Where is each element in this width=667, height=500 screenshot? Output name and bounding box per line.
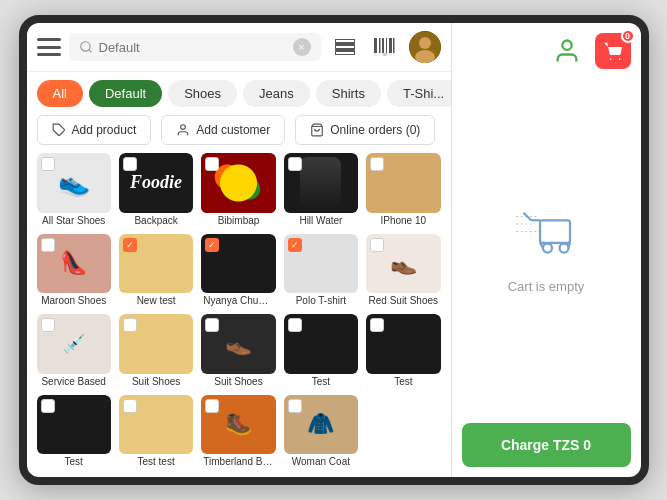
product-checkbox[interactable]: [370, 157, 384, 171]
tab-default[interactable]: Default: [89, 80, 162, 107]
barcode-button[interactable]: |||: [369, 31, 401, 63]
list-item[interactable]: 👠 Maroon Shoes: [37, 234, 111, 307]
user-avatar[interactable]: [409, 31, 441, 63]
svg-point-21: [618, 58, 620, 60]
product-checkbox[interactable]: [41, 157, 55, 171]
product-name: Test: [366, 374, 440, 387]
svg-point-0: [80, 42, 89, 51]
product-checkbox[interactable]: [288, 318, 302, 332]
product-checkbox[interactable]: [41, 318, 55, 332]
product-checkbox[interactable]: [370, 238, 384, 252]
list-item[interactable]: 🧥 Woman Coat: [284, 395, 358, 468]
product-checkbox[interactable]: [288, 157, 302, 171]
product-name: Backpack: [119, 213, 193, 226]
svg-line-29: [569, 242, 571, 247]
svg-rect-4: [335, 51, 355, 55]
product-name: Bibimbap: [201, 213, 275, 226]
menu-icon[interactable]: [37, 38, 61, 56]
cart-count: 0: [621, 29, 635, 43]
product-checkbox[interactable]: ✓: [288, 238, 302, 252]
product-checkbox[interactable]: [41, 238, 55, 252]
product-checkbox[interactable]: [205, 318, 219, 332]
product-checkbox[interactable]: [205, 399, 219, 413]
list-item[interactable]: ✓ Nyanya Chungu: [201, 234, 275, 307]
charge-button[interactable]: Charge TZS 0: [462, 423, 631, 467]
avatar-image: [409, 31, 441, 63]
list-item[interactable]: ✓ Polo T-shirt: [284, 234, 358, 307]
add-product-button[interactable]: Add product: [37, 115, 152, 145]
product-name: Suit Shoes: [119, 374, 193, 387]
list-item[interactable]: IPhone 10: [366, 153, 440, 226]
empty-cart-area: Cart is empty: [506, 79, 586, 423]
svg-rect-25: [540, 220, 570, 243]
tab-shirts[interactable]: Shirts: [316, 80, 381, 107]
product-name: IPhone 10: [366, 213, 440, 226]
tag-icon: [52, 123, 66, 137]
product-name: Nyanya Chungu: [201, 293, 275, 306]
product-name: Woman Coat: [284, 454, 358, 467]
list-item[interactable]: ✓ New test: [119, 234, 193, 307]
product-checkbox[interactable]: [288, 399, 302, 413]
online-orders-button[interactable]: Online orders (0): [295, 115, 435, 145]
product-name: Timberland Boo...: [201, 454, 275, 467]
add-customer-button[interactable]: Add customer: [161, 115, 285, 145]
tablet-container: ×: [19, 15, 649, 485]
cart-icon: [603, 42, 623, 60]
tab-all[interactable]: All: [37, 80, 83, 107]
product-checkbox[interactable]: [123, 318, 137, 332]
product-name: Red Suit Shoes: [366, 293, 440, 306]
svg-point-26: [543, 243, 552, 252]
product-checkbox[interactable]: ✓: [123, 238, 137, 252]
svg-point-14: [419, 37, 431, 49]
product-checkbox[interactable]: [41, 399, 55, 413]
list-item[interactable]: Test: [37, 395, 111, 468]
product-name: Service Based: [37, 374, 111, 387]
svg-point-27: [560, 243, 569, 252]
product-checkbox[interactable]: [370, 318, 384, 332]
search-input[interactable]: [99, 40, 287, 55]
tab-tshirts[interactable]: T-Shi...: [387, 80, 451, 107]
product-checkbox[interactable]: [123, 399, 137, 413]
list-item[interactable]: 🥾 Timberland Boo...: [201, 395, 275, 468]
product-name: Hill Water: [284, 213, 358, 226]
product-name: Test test: [119, 454, 193, 467]
list-item[interactable]: Test: [284, 314, 358, 387]
tab-jeans[interactable]: Jeans: [243, 80, 310, 107]
barcode-icon: |||: [374, 38, 396, 56]
user-profile-button[interactable]: [549, 33, 585, 69]
add-product-label: Add product: [72, 123, 137, 137]
top-icons: |||: [329, 31, 441, 63]
list-item[interactable]: 👞 Suit Shoes: [201, 314, 275, 387]
product-checkbox[interactable]: [123, 157, 137, 171]
cart-illustration: [506, 209, 586, 269]
list-view-button[interactable]: [329, 31, 361, 63]
list-item[interactable]: Test test: [119, 395, 193, 468]
search-clear-button[interactable]: ×: [293, 38, 311, 56]
svg-point-20: [609, 58, 611, 60]
tab-shoes[interactable]: Shoes: [168, 80, 237, 107]
left-panel: ×: [27, 23, 452, 477]
online-orders-label: Online orders (0): [330, 123, 420, 137]
search-box[interactable]: ×: [69, 33, 321, 61]
user-icon: [553, 37, 581, 65]
list-item[interactable]: Suit Shoes: [119, 314, 193, 387]
svg-rect-2: [335, 39, 355, 43]
list-item[interactable]: Test: [366, 314, 440, 387]
action-buttons: Add product Add customer Online orders (…: [27, 115, 451, 153]
person-icon: [176, 123, 190, 137]
product-checkbox[interactable]: [205, 157, 219, 171]
list-item[interactable]: Foodie Backpack: [119, 153, 193, 226]
search-icon: [79, 40, 93, 54]
svg-line-1: [88, 50, 91, 53]
list-item[interactable]: Hill Water: [284, 153, 358, 226]
category-tabs: All Default Shoes Jeans Shirts T-Shi...: [27, 72, 451, 115]
bag-icon: [310, 123, 324, 137]
list-item[interactable]: 👟 All Star Shoes: [37, 153, 111, 226]
product-checkbox[interactable]: ✓: [205, 238, 219, 252]
product-name: Polo T-shirt: [284, 293, 358, 306]
product-name: New test: [119, 293, 193, 306]
list-item[interactable]: 👞 Red Suit Shoes: [366, 234, 440, 307]
cart-button[interactable]: 0: [595, 33, 631, 69]
list-item[interactable]: Bibimbap: [201, 153, 275, 226]
list-item[interactable]: 💉 Service Based: [37, 314, 111, 387]
